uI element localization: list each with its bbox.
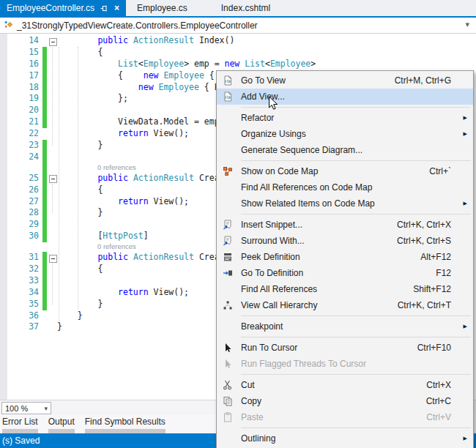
line-number: 16	[0, 59, 39, 70]
change-tracking-bar	[42, 196, 47, 208]
codelens-references[interactable]: 0 references	[97, 163, 136, 171]
menu-item-copy[interactable]: CopyCtrl+C	[217, 393, 473, 409]
code-line[interactable]: 16 List<Employee> emp = new List<Employe…	[0, 59, 476, 70]
change-tracking-bar	[42, 82, 47, 94]
no-icon	[222, 198, 234, 209]
change-tracking-bar	[42, 163, 47, 173]
line-number: 21	[0, 116, 39, 128]
breadcrumb: _31StronglyTypedViewCreate.Controllers.E…	[17, 20, 258, 31]
zoom-level-value: 100 %	[5, 404, 28, 413]
menu-item-shortcut: Ctrl+F10	[417, 343, 451, 353]
cut-icon	[222, 379, 234, 391]
run-flagged-icon	[222, 358, 234, 370]
menu-item-label: Run To Cursor	[241, 343, 417, 353]
code-text: }	[57, 310, 83, 322]
chevron-down-icon: ▾	[44, 405, 48, 412]
menu-item-label: Go To View	[241, 75, 395, 86]
submenu-arrow-icon: ▶	[464, 115, 467, 121]
change-tracking-bar	[42, 264, 47, 275]
menu-item-show-on-code-map[interactable]: Show on Code MapCtrl+`	[217, 163, 473, 179]
change-tracking-bar	[42, 287, 47, 299]
code-line[interactable]: 15 {	[0, 47, 476, 59]
line-number: 33	[0, 275, 39, 287]
menu-item-label: Copy	[241, 396, 426, 406]
menu-item-run-to-cursor[interactable]: Run To CursorCtrl+F10	[217, 340, 473, 356]
menu-item-generate-sequence-diagram[interactable]: Generate Sequence Diagram...	[217, 142, 473, 158]
menu-item-shortcut: Ctrl+C	[426, 396, 451, 406]
no-icon	[222, 182, 234, 193]
menu-item-refactor[interactable]: Refactor▶	[217, 110, 473, 126]
menu-item-label: View Call Hierarchy	[241, 300, 398, 310]
menu-item-label: Outlining	[241, 433, 473, 444]
line-number: 36	[0, 310, 39, 322]
line-number: 31	[0, 252, 39, 264]
menu-item-go-to-definition[interactable]: Go To DefinitionF12	[217, 265, 473, 281]
menu-item-cut[interactable]: CutCtrl+X	[217, 377, 473, 393]
chevron-down-icon[interactable]: ▾	[465, 20, 469, 29]
pin-icon[interactable]	[100, 4, 108, 12]
change-tracking-bar	[42, 47, 47, 59]
line-number: 18	[0, 82, 39, 94]
panel-tab-find-symbol-results[interactable]: Find Symbol Results	[85, 414, 166, 433]
change-tracking-bar	[42, 173, 47, 184]
menu-item-add-view[interactable]: Add View...	[217, 89, 473, 105]
panel-tab-output[interactable]: Output	[48, 414, 75, 433]
menu-item-find-all-references[interactable]: Find All ReferencesShift+F12	[217, 281, 473, 297]
codelens-references[interactable]: 0 references	[97, 242, 136, 250]
menu-item-label: Peek Definition	[241, 252, 420, 262]
change-tracking-bar	[42, 231, 47, 242]
panel-tab-error-list[interactable]: Error List	[2, 414, 38, 433]
fold-collapse-box[interactable]	[49, 38, 57, 46]
navigation-bar[interactable]: _31StronglyTypedViewCreate.Controllers.E…	[0, 18, 476, 34]
fold-collapse-box[interactable]	[49, 255, 57, 263]
submenu-arrow-icon: ▶	[464, 436, 467, 441]
code-text: }	[57, 207, 103, 219]
run-to-cursor-icon	[222, 342, 234, 354]
menu-item-organize-usings[interactable]: Organize Usings▶	[217, 126, 473, 142]
menu-item-go-to-view[interactable]: Go To ViewCtrl+M, Ctrl+G	[217, 72, 473, 89]
menu-item-peek-definition[interactable]: Peek DefinitionAlt+F12	[217, 249, 473, 265]
menu-item-view-call-hierarchy[interactable]: View Call HierarchyCtrl+K, Ctrl+T	[217, 297, 473, 313]
menu-item-breakpoint[interactable]: Breakpoint▶	[217, 318, 473, 335]
menu-item-label: Run Flagged Threads To Cursor	[241, 359, 473, 369]
fold-collapse-box[interactable]	[49, 175, 57, 183]
menu-separator	[241, 428, 471, 428]
change-tracking-bar	[42, 275, 47, 287]
code-line[interactable]: 14 public ActionResult Index()	[0, 35, 476, 47]
menu-item-label: Show Related Items on Code Map	[241, 198, 473, 209]
menu-item-outlining[interactable]: Outlining▶	[217, 430, 473, 447]
code-text: };	[57, 93, 128, 105]
menu-item-surround-with[interactable]: Surround With...Ctrl+K, Ctrl+S	[217, 233, 473, 249]
menu-item-show-related-items-on-code-map[interactable]: Show Related Items on Code Map▶	[217, 195, 473, 212]
code-text: public ActionResult Crea	[57, 252, 220, 264]
change-tracking-bar	[42, 105, 47, 116]
code-text: List<Employee> emp = new List<Employee>	[57, 59, 316, 70]
close-icon[interactable]: ×	[114, 4, 119, 12]
line-number: 37	[0, 321, 39, 333]
menu-item-insert-snippet[interactable]: Insert Snippet...Ctrl+K, Ctrl+X	[217, 217, 473, 233]
change-tracking-bar	[42, 140, 47, 152]
no-icon	[222, 283, 234, 295]
menu-item-find-all-references-on-code-map[interactable]: Find All References on Code Map	[217, 179, 473, 195]
tab-employee-cs[interactable]: Employee.cs	[130, 0, 194, 16]
go-to-definition-icon	[222, 267, 234, 279]
code-text: [HttpPost]	[57, 231, 149, 242]
zoom-level-dropdown[interactable]: 100 % ▾	[1, 402, 51, 414]
no-icon	[222, 128, 234, 140]
menu-separator	[241, 337, 471, 337]
panel-tab-label: Error List	[2, 417, 38, 427]
code-text: return View();	[57, 128, 189, 140]
menu-item-shortcut: F12	[436, 268, 451, 278]
tab-employeecontroller-cs[interactable]: EmployeeController.cs×	[0, 0, 126, 16]
line-number: 25	[0, 173, 39, 184]
tab-index-cshtml[interactable]: Index.cshtml	[215, 0, 277, 16]
menu-separator	[241, 160, 471, 161]
change-tracking-bar	[42, 152, 47, 163]
line-number: 20	[0, 105, 39, 116]
menu-separator	[241, 316, 471, 316]
tab-bar: EmployeeController.cs×Employee.csIndex.c…	[0, 0, 476, 16]
menu-item-label: Refactor	[241, 113, 473, 123]
code-text: new Employee { E	[57, 82, 220, 94]
code-text: public ActionResult Crea	[57, 173, 220, 184]
menu-item-label: Find All References on Code Map	[241, 182, 473, 193]
